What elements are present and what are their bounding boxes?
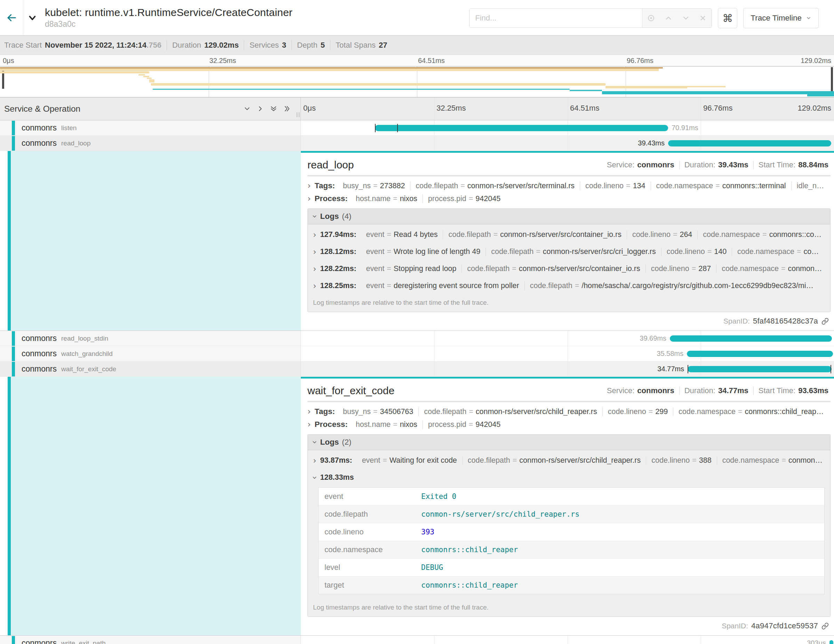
log-expander-icon[interactable]: › [313,282,317,290]
process-expander-icon[interactable]: › [307,194,311,203]
timeline-ruler: 0μs32.25ms64.51ms96.76ms129.02ms [301,97,834,120]
span-duration-bar[interactable] [375,125,668,131]
key-value-field: host.name=nixos [351,420,423,429]
minimap-span-bar [602,91,834,94]
back-button[interactable] [0,0,23,36]
log-field-value: DEBUG [421,563,443,572]
prev-match-icon[interactable] [661,11,676,25]
key-value-field: code.filepath=/home/sascha/.cargo/regist… [524,282,819,290]
column-resize-handle[interactable] [297,112,299,117]
collapse-header-button[interactable] [23,0,41,36]
span-duration-bar[interactable] [668,140,831,146]
span-rows: conmonrslisten70.91msconmonrsread_loop39… [0,120,834,644]
clear-find-icon[interactable] [696,11,710,25]
log-expander-icon[interactable]: › [313,265,317,273]
field-key: process.pid [428,420,466,429]
keyboard-shortcuts-button[interactable]: ⌘ [718,8,737,28]
span-duration-bar[interactable] [670,335,832,341]
log-entry[interactable]: ›128.22ms:event=Stopping read loopcode.f… [308,260,830,277]
span-duration-bar[interactable] [687,351,833,357]
minimap-span-bar [807,94,834,96]
service-operation-label: Service & Operation [4,104,80,114]
log-expander-icon[interactable]: › [313,248,317,256]
collapse-all-icon[interactable] [283,105,291,113]
expand-one-icon[interactable] [243,105,251,113]
logs-collapse-icon: › [310,215,319,218]
timeline-gridline [434,636,435,644]
timeline-gridline [701,636,701,644]
span-name-cell[interactable]: conmonrswrite_exit_path [0,636,301,644]
meta-divider [753,161,754,169]
command-icon: ⌘ [722,12,733,24]
timeline-gridline [567,346,568,361]
summary-value: 5 [321,41,325,50]
detail-indent [0,377,301,635]
log-expander-icon[interactable]: › [310,476,319,479]
summary-value: 3 [282,41,286,50]
summary-value: 27 [379,41,387,50]
span-name-cell[interactable]: conmonrswatch_grandchild [0,346,301,361]
logs-count: (4) [342,212,351,221]
key-value-field: idle_n… [791,181,829,190]
minimap-tick-label: 0μs [3,57,14,65]
trace-id: d8a3a0c [45,19,293,29]
logs-header[interactable]: ›Logs(2) [308,435,830,450]
collapse-one-icon[interactable] [256,105,264,113]
log-timestamp: 128.33ms [320,473,354,482]
tags-expander-icon[interactable]: › [307,408,311,416]
field-value: Read 4 bytes [394,230,438,239]
trace-view-selector[interactable]: Trace Timeline [743,8,819,28]
find-input[interactable] [470,9,642,28]
trace-summary-bar: Trace StartNovember 15 2022, 11:24:14.75… [0,36,834,55]
logs-section: ›Logs(2)›93.87ms:event=Waiting for exit … [307,434,831,617]
span-bar-cell: 34.77ms [301,361,834,377]
field-key: code.filepath [415,181,458,190]
key-value-field: code.lineno=388 [646,456,716,465]
trace-view-label: Trace Timeline [750,14,802,23]
minimap-tick-label: 129.02ms [801,57,831,65]
field-value: 264 [680,230,692,239]
expand-all-icon[interactable] [270,105,278,113]
equals-sign: = [512,456,517,464]
detail-meta: Service:conmonrsDuration:39.43msStart Ti… [607,160,828,170]
focus-match-icon[interactable] [644,11,658,25]
minimap-canvas[interactable] [0,66,834,97]
span-id-row: SpanID:4a947cfd1ce59537 [307,621,831,630]
span-duration-bar[interactable] [829,640,833,644]
logs-header[interactable]: ›Logs(4) [308,209,830,225]
span-duration-bar[interactable] [688,366,832,372]
log-expander-icon[interactable]: › [313,231,317,239]
key-value-field: code.filepath=conmon-rs/server/src/termi… [410,181,580,190]
span-name-cell[interactable]: conmonrswait_for_exit_code [0,361,301,377]
key-value-field: code.filepath=conmon-rs/server/src/child… [462,456,646,465]
field-key: code.lineno [585,181,624,190]
log-field-row: code.filepathconmon-rs/server/src/child_… [318,505,824,523]
key-value-field: code.namespace=co… [732,248,824,256]
span-name-cell[interactable]: conmonrsread_loop_stdin [0,331,301,346]
field-value: conmon-rs/server/src/child_reaper.rs [476,408,597,416]
field-value: conmonrs::co… [769,230,822,239]
log-entry[interactable]: ›128.12ms:event=Wrote log line of length… [308,243,830,260]
tags-expander-icon[interactable]: › [307,181,311,190]
log-entry[interactable]: ›93.87ms:event=Waiting for exit codecode… [308,452,830,469]
minimap-span-bar [151,83,606,86]
span-name-cell[interactable]: conmonrslisten [0,120,301,136]
ruler-tick-label: 64.51ms [570,104,599,113]
process-expander-icon[interactable]: › [307,420,311,429]
equals-sign: = [387,264,391,273]
tags-label: Tags: [315,181,335,190]
log-expander-icon[interactable]: › [313,456,317,465]
minimap-gridline [417,66,417,97]
span-link-button[interactable] [821,318,829,325]
span-name-cell[interactable]: conmonrsread_loop [0,136,301,151]
equals-sign: = [393,194,398,203]
next-match-icon[interactable] [679,11,693,25]
timeline-gridline [701,97,701,120]
minimap-tick-label: 32.25ms [209,57,236,65]
meta-value: 34.77ms [718,386,748,395]
key-value-field: code.filepath=conmon-rs/server/src/conta… [443,230,626,239]
log-entry[interactable]: ›128.25ms:event=deregistering event sour… [308,277,830,294]
log-entry[interactable]: ›127.94ms:event=Read 4 bytescode.filepat… [308,226,830,243]
log-entry[interactable]: ›128.33ms [308,469,830,486]
span-link-button[interactable] [821,623,829,630]
